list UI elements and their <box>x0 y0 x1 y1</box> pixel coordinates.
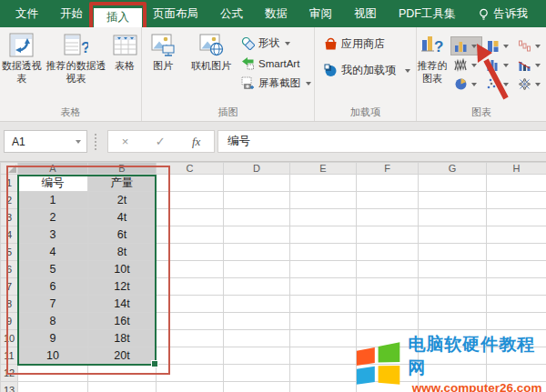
stacked-chart-type-button[interactable] <box>482 36 514 55</box>
name-box-caret[interactable] <box>76 140 81 144</box>
store-button[interactable]: 应用商店 <box>324 36 385 52</box>
cell-B12[interactable] <box>88 365 157 382</box>
tab-formulas[interactable]: 公式 <box>209 0 254 27</box>
stacked-chart-dropdown-caret[interactable] <box>503 45 509 48</box>
cell-D4[interactable] <box>224 226 290 244</box>
pie-chart-type-button[interactable] <box>450 75 482 94</box>
cell-H3[interactable] <box>487 209 546 226</box>
line-chart-dropdown-caret[interactable] <box>471 64 477 67</box>
cell-H7[interactable] <box>487 278 546 296</box>
tab-view[interactable]: 视图 <box>343 0 388 27</box>
cell-B2[interactable]: 2t <box>88 192 157 209</box>
recommended-charts-button[interactable]: ? 推荐的图表 <box>417 30 448 85</box>
col-header-C[interactable]: C <box>157 163 224 175</box>
cell-A7[interactable]: 6 <box>18 278 88 296</box>
histogram-chart-type-button[interactable] <box>482 55 514 75</box>
cell-A1[interactable]: 编号 <box>18 175 88 192</box>
col-header-A[interactable]: A <box>18 163 88 175</box>
scatter-chart-dropdown-caret[interactable] <box>503 83 509 86</box>
cell-E1[interactable] <box>290 175 357 192</box>
cell-C8[interactable] <box>157 296 224 313</box>
pivottable-button[interactable]: 数据透视表 <box>0 30 44 85</box>
cell-C11[interactable] <box>157 347 224 365</box>
cell-C6[interactable] <box>157 261 224 278</box>
cell-H4[interactable] <box>487 226 546 244</box>
cell-B11[interactable]: 20t <box>88 347 157 365</box>
col-header-D[interactable]: D <box>224 163 290 175</box>
waterfall-chart-dropdown-caret[interactable] <box>535 45 541 48</box>
cell-H8[interactable] <box>487 296 546 313</box>
cell-E8[interactable] <box>290 296 357 313</box>
cell-B13[interactable] <box>88 382 157 392</box>
line-chart-type-button[interactable] <box>450 55 482 75</box>
cell-C13[interactable] <box>157 382 224 392</box>
cell-F6[interactable] <box>357 261 419 278</box>
row-header-2[interactable]: 2 <box>1 192 18 209</box>
cell-H9[interactable] <box>487 313 546 330</box>
cell-A12[interactable] <box>18 365 88 382</box>
row-header-5[interactable]: 5 <box>1 244 18 261</box>
cell-A3[interactable]: 2 <box>18 209 88 226</box>
cell-A5[interactable]: 4 <box>18 244 88 261</box>
cell-D12[interactable] <box>224 365 290 382</box>
cell-C5[interactable] <box>157 244 224 261</box>
cell-C10[interactable] <box>157 330 224 347</box>
row-header-8[interactable]: 8 <box>1 296 18 313</box>
pictures-button[interactable]: 图片 <box>145 30 181 72</box>
cell-D2[interactable] <box>224 192 290 209</box>
cell-D8[interactable] <box>224 296 290 313</box>
cell-B10[interactable]: 18t <box>88 330 157 347</box>
cell-E13[interactable] <box>290 382 357 392</box>
tab-file[interactable]: 文件 <box>5 0 49 27</box>
row-header-3[interactable]: 3 <box>1 209 18 226</box>
cell-F5[interactable] <box>357 244 419 261</box>
cell-D6[interactable] <box>224 261 290 278</box>
cell-G2[interactable] <box>419 192 487 209</box>
cell-B7[interactable]: 12t <box>88 278 157 296</box>
cell-D1[interactable] <box>224 175 290 192</box>
smartart-button[interactable]: SmartArt <box>241 55 311 71</box>
cell-A8[interactable]: 7 <box>18 296 88 313</box>
cell-F4[interactable] <box>357 226 419 244</box>
scatter-chart-type-button[interactable] <box>482 75 514 94</box>
row-header-6[interactable]: 6 <box>1 261 18 278</box>
pie-chart-dropdown-caret[interactable] <box>471 83 477 86</box>
col-header-B[interactable]: B <box>88 163 157 175</box>
cell-E12[interactable] <box>290 365 357 382</box>
cell-C1[interactable] <box>157 175 224 192</box>
cell-A9[interactable]: 8 <box>18 313 88 330</box>
cell-E5[interactable] <box>290 244 357 261</box>
cell-E4[interactable] <box>290 226 357 244</box>
cell-G5[interactable] <box>419 244 487 261</box>
cell-C9[interactable] <box>157 313 224 330</box>
cell-B9[interactable]: 16t <box>88 313 157 330</box>
cell-G1[interactable] <box>419 175 487 192</box>
online-pictures-button[interactable]: 联机图片 <box>185 30 238 72</box>
formula-input[interactable]: 编号 <box>217 130 546 153</box>
tab-pdf-tools[interactable]: PDF工具集 <box>388 0 467 27</box>
combo-chart-type-button[interactable] <box>514 55 546 75</box>
cell-H1[interactable] <box>487 175 546 192</box>
cell-G6[interactable] <box>419 261 487 278</box>
row-header-4[interactable]: 4 <box>1 226 18 244</box>
cell-F2[interactable] <box>357 192 419 209</box>
cell-G7[interactable] <box>419 278 487 296</box>
cell-B6[interactable]: 10t <box>88 261 157 278</box>
cell-H5[interactable] <box>487 244 546 261</box>
column-chart-dropdown-caret[interactable] <box>471 45 477 48</box>
cell-D10[interactable] <box>224 330 290 347</box>
cell-C4[interactable] <box>157 226 224 244</box>
waterfall-chart-type-button[interactable] <box>514 36 546 55</box>
tab-tell-me[interactable]: 告诉我 <box>467 0 540 27</box>
cell-G8[interactable] <box>419 296 487 313</box>
cell-F7[interactable] <box>357 278 419 296</box>
cell-C2[interactable] <box>157 192 224 209</box>
cell-E9[interactable] <box>290 313 357 330</box>
my-addins-button[interactable]: 我的加载项 <box>324 63 410 78</box>
column-chart-type-button[interactable] <box>450 36 482 55</box>
cell-H2[interactable] <box>487 192 546 209</box>
cancel-button[interactable]: × <box>122 135 129 148</box>
cell-A4[interactable]: 3 <box>18 226 88 244</box>
cell-A11[interactable]: 10 <box>18 347 88 365</box>
cell-B8[interactable]: 14t <box>88 296 157 313</box>
